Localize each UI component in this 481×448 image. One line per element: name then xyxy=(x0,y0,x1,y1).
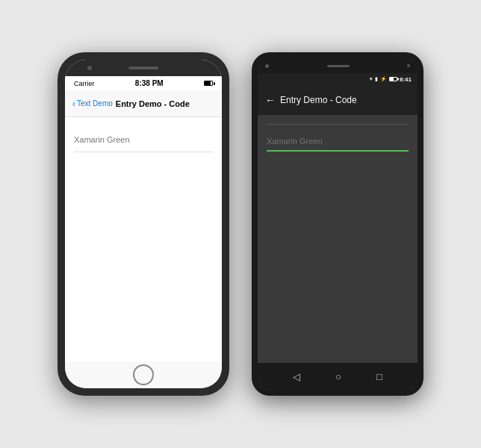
ios-home-button[interactable] xyxy=(133,364,154,385)
android-divider xyxy=(267,124,409,125)
android-back-nav-icon[interactable]: ◁ xyxy=(293,371,300,382)
android-speaker xyxy=(327,65,350,67)
ios-home-bar xyxy=(65,361,222,388)
ios-status-bar: Carrier 8:38 PM xyxy=(65,76,222,90)
ios-time: 8:38 PM xyxy=(135,79,164,87)
ios-status-right xyxy=(204,81,213,86)
android-sensor xyxy=(407,64,410,67)
android-phone: ▾ ▮ ⚡ 8:41 ← Entry Demo - Code xyxy=(252,52,423,396)
android-text-entry[interactable] xyxy=(267,137,409,146)
android-battery-icon xyxy=(389,77,397,81)
android-top-bezel xyxy=(258,58,418,73)
ios-entry-row xyxy=(74,126,213,152)
android-charging-icon: ⚡ xyxy=(380,76,387,82)
ios-back-label: Text Demo xyxy=(77,99,113,108)
ios-content xyxy=(65,117,222,361)
ios-speaker xyxy=(128,66,158,69)
android-content xyxy=(258,115,418,363)
ios-nav-bar: ‹ Text Demo Entry Demo - Code xyxy=(65,90,222,117)
ios-nav-title: Entry Demo - Code xyxy=(116,99,190,108)
ios-camera xyxy=(87,66,92,70)
ios-carrier: Carrier xyxy=(74,80,95,87)
android-action-bar: ← Entry Demo - Code xyxy=(258,85,418,115)
android-camera xyxy=(265,64,269,68)
android-time: 8:41 xyxy=(400,76,412,83)
android-entry-row xyxy=(267,134,409,152)
android-signal-icon: ▮ xyxy=(375,76,378,82)
ios-top-bezel xyxy=(65,60,222,76)
ios-battery-icon xyxy=(204,81,213,86)
ios-back-button[interactable]: ‹ Text Demo xyxy=(72,99,113,109)
android-status-bar: ▾ ▮ ⚡ 8:41 xyxy=(258,73,418,85)
android-recent-nav-icon[interactable]: □ xyxy=(376,371,382,382)
ios-chevron-icon: ‹ xyxy=(72,99,75,109)
ios-text-entry[interactable] xyxy=(74,135,213,144)
android-action-title: Entry Demo - Code xyxy=(280,95,357,105)
android-home-nav-icon[interactable]: ○ xyxy=(335,371,341,382)
android-back-button[interactable]: ← xyxy=(265,94,276,106)
android-status-icons: ▾ ▮ ⚡ 8:41 xyxy=(370,76,412,83)
android-nav-bar: ◁ ○ □ xyxy=(258,363,418,390)
ios-phone: Carrier 8:38 PM ‹ Text Demo Entry Demo -… xyxy=(58,52,229,396)
android-wifi-icon: ▾ xyxy=(370,76,373,82)
